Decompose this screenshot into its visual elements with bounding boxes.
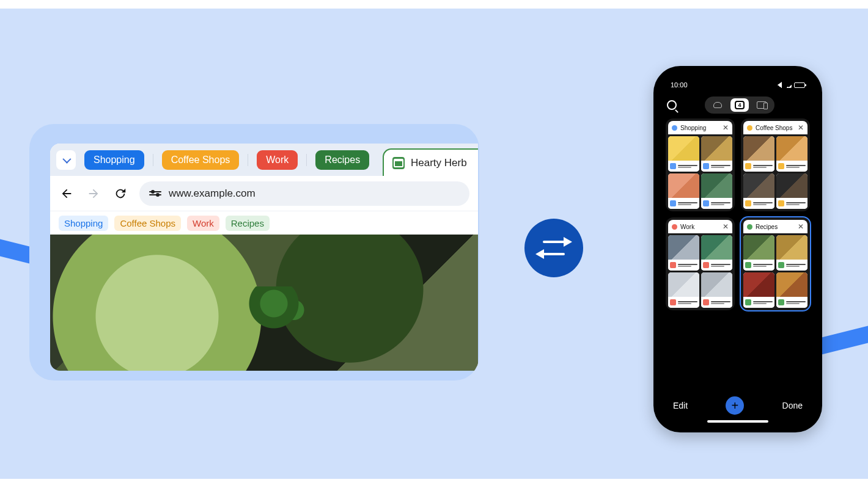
tab-thumbnail[interactable] <box>668 272 699 308</box>
search-button[interactable] <box>667 100 677 110</box>
tab-favicon-icon <box>778 163 784 169</box>
tab-thumbnail[interactable] <box>668 235 699 271</box>
tab-group-card-shopping[interactable]: Shopping✕ <box>666 118 735 211</box>
tab-thumbnail[interactable] <box>776 136 807 172</box>
group-tiles <box>743 233 807 308</box>
tab-favicon-icon <box>703 299 709 305</box>
bookmark-chip-coffee-shops[interactable]: Coffee Shops <box>114 216 181 231</box>
tab-title-placeholder <box>711 164 730 169</box>
search-icon <box>667 100 677 110</box>
tab-thumbnail[interactable] <box>701 272 732 308</box>
tab-title-placeholder <box>678 202 697 206</box>
bookmark-chip-recipes[interactable]: Recipes <box>226 216 270 231</box>
tab-thumbnail[interactable] <box>776 235 807 271</box>
toolbar: www.example.com <box>50 176 478 211</box>
tab-group-separator <box>248 154 248 166</box>
tab-thumbnail[interactable] <box>743 173 774 209</box>
group-label: Coffee Shops <box>756 125 792 131</box>
tab-group-pill-recipes[interactable]: Recipes <box>315 150 369 170</box>
tab-count-value: 4 <box>738 102 741 108</box>
tab-search-dropdown[interactable] <box>56 150 76 170</box>
tab-thumbnail[interactable] <box>776 173 807 209</box>
group-tiles <box>668 233 732 308</box>
sync-arrows-icon <box>537 236 571 260</box>
reload-button[interactable] <box>112 186 128 202</box>
tab-thumbnail-footer <box>668 161 699 172</box>
tab-thumbnail[interactable] <box>743 272 774 308</box>
forward-button[interactable] <box>86 186 101 202</box>
devices-icon <box>757 101 767 109</box>
plus-icon: + <box>731 399 738 413</box>
tab-thumbnail-footer <box>668 297 699 308</box>
tab-group-separator <box>153 154 153 166</box>
tab-group-card-recipes[interactable]: Recipes✕ <box>741 217 810 310</box>
group-label: Shopping <box>680 125 706 131</box>
tab-title-placeholder <box>786 164 806 169</box>
tab-group-pill-coffee-shops[interactable]: Coffee Shops <box>162 150 240 170</box>
tab-title-placeholder <box>753 164 773 169</box>
tab-thumbnail[interactable] <box>668 136 699 172</box>
tab-group-pill-work[interactable]: Work <box>257 150 298 170</box>
close-group-button[interactable]: ✕ <box>798 123 804 132</box>
incognito-tabs-button[interactable] <box>708 98 727 112</box>
tab-thumbnail-image <box>776 235 807 260</box>
address-bar[interactable]: www.example.com <box>139 181 469 206</box>
tab-group-pill-shopping[interactable]: Shopping <box>84 150 144 170</box>
tab-thumbnail-footer <box>668 260 699 271</box>
tab-title-placeholder <box>786 263 806 268</box>
phone-screen: 10:00 4 Shopping✕Coffee Shops✕Work✕Recip… <box>660 73 816 426</box>
tab-favicon-icon <box>703 200 709 206</box>
chevron-down-icon <box>62 155 71 163</box>
close-group-button[interactable]: ✕ <box>798 222 804 231</box>
group-tiles <box>668 134 732 209</box>
wifi-icon <box>784 82 792 88</box>
tab-favicon-icon <box>745 200 751 206</box>
group-label: Recipes <box>756 224 778 230</box>
tab-favicon-icon <box>670 163 676 169</box>
tab-thumbnail-image <box>776 272 807 297</box>
bookmark-chip-shopping[interactable]: Shopping <box>59 216 108 231</box>
back-button[interactable] <box>59 186 75 202</box>
close-group-button[interactable]: ✕ <box>723 123 729 132</box>
close-group-button[interactable]: ✕ <box>723 222 729 231</box>
open-tabs-button[interactable]: 4 <box>730 98 749 112</box>
tab-thumbnail[interactable] <box>743 235 774 271</box>
status-time: 10:00 <box>671 81 688 89</box>
tab-thumbnail-image <box>701 272 732 297</box>
tab-count-icon: 4 <box>735 101 745 109</box>
tab-thumbnail-footer <box>743 161 774 172</box>
tab-title-placeholder <box>711 300 730 305</box>
tab-thumbnail-image <box>701 173 732 198</box>
reload-icon <box>114 187 127 200</box>
group-label: Work <box>680 224 694 230</box>
group-color-dot-icon <box>747 224 752 230</box>
site-settings-icon <box>149 188 161 200</box>
group-color-dot-icon <box>672 125 677 131</box>
tab-thumbnail-image <box>668 235 699 260</box>
group-header: Work✕ <box>668 220 732 233</box>
group-header: Coffee Shops✕ <box>743 121 807 134</box>
tab-thumbnail-image <box>668 136 699 161</box>
tab-title-placeholder <box>678 263 697 268</box>
site-favicon-icon <box>392 157 405 169</box>
bookmark-chip-work[interactable]: Work <box>187 216 219 231</box>
bookmark-bar: ShoppingCoffee ShopsWorkRecipes <box>50 211 478 235</box>
tab-title-placeholder <box>753 263 773 268</box>
edit-button[interactable]: Edit <box>673 401 688 410</box>
tab-thumbnail-image <box>701 136 732 161</box>
tab-title-placeholder <box>786 300 806 305</box>
done-button[interactable]: Done <box>782 401 803 410</box>
tab-group-card-work[interactable]: Work✕ <box>666 217 735 310</box>
incognito-icon <box>713 102 722 108</box>
tab-group-card-coffee-shops[interactable]: Coffee Shops✕ <box>741 118 810 211</box>
other-devices-button[interactable] <box>752 98 771 112</box>
browser-window: ShoppingCoffee ShopsWorkRecipes Hearty H… <box>50 144 478 371</box>
new-tab-button[interactable]: + <box>726 396 744 415</box>
tab-thumbnail[interactable] <box>701 136 732 172</box>
tab-thumbnail[interactable] <box>776 272 807 308</box>
tab-thumbnail[interactable] <box>668 173 699 209</box>
active-tab[interactable]: Hearty Herb <box>383 148 478 176</box>
tab-thumbnail[interactable] <box>701 173 732 209</box>
tab-thumbnail[interactable] <box>743 136 774 172</box>
tab-thumbnail[interactable] <box>701 235 732 271</box>
